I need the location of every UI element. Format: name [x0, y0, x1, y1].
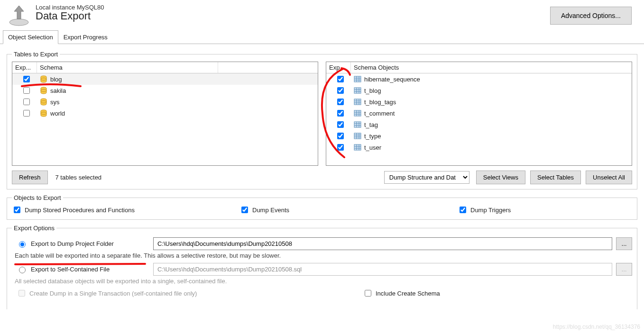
dump-triggers-checkbox[interactable]: [460, 207, 466, 213]
file-path-input: [153, 263, 612, 276]
object-name: hibernate_sequence: [364, 76, 420, 83]
column-exp[interactable]: Exp...: [12, 62, 37, 73]
schema-list[interactable]: Exp... Schema blogsakilasysworld: [12, 62, 318, 166]
unselect-all-button[interactable]: Unselect All: [586, 171, 632, 184]
object-checkbox[interactable]: [337, 87, 344, 94]
export-file-label: Export to Self-Contained File: [31, 266, 110, 273]
object-checkbox[interactable]: [337, 121, 344, 128]
advanced-options-button[interactable]: Advanced Options...: [550, 7, 632, 25]
schema-name: sys: [50, 99, 60, 106]
tables-to-export-group: Tables to Export Exp... Schema blogsakil…: [7, 51, 637, 189]
object-checkbox[interactable]: [337, 144, 344, 151]
object-name: t_type: [364, 133, 381, 140]
single-transaction-label: Create Dump in a Single Transaction (sel…: [29, 290, 197, 297]
dump-mode-select[interactable]: Dump Structure and Dat: [384, 171, 469, 184]
export-folder-radio[interactable]: [19, 241, 26, 248]
schema-row[interactable]: sakila: [12, 85, 318, 96]
object-row[interactable]: t_tag: [326, 119, 632, 130]
page-title: Data Export: [36, 10, 104, 22]
schema-name: blog: [50, 76, 62, 83]
svg-rect-34: [354, 133, 361, 139]
dump-events-checkbox[interactable]: [241, 207, 248, 213]
column-schema[interactable]: Schema: [37, 62, 218, 73]
watermark: https://blog.csdn.net/qq_36134376: [553, 324, 640, 330]
folder-path-input[interactable]: [153, 237, 612, 250]
object-list[interactable]: Exp... Schema Objects hibernate_sequence…: [326, 62, 632, 166]
object-row[interactable]: t_blog_tags: [326, 96, 632, 108]
object-name: t_user: [364, 144, 381, 151]
schema-name: world: [50, 110, 65, 117]
object-checkbox[interactable]: [337, 110, 344, 117]
schema-checkbox[interactable]: [23, 110, 30, 117]
folder-hint: Each table will be exported into a separ…: [15, 252, 632, 259]
browse-folder-button[interactable]: ...: [616, 237, 632, 250]
objects-to-export-legend: Objects to Export: [12, 194, 63, 201]
column-schema-objects[interactable]: Schema Objects: [351, 62, 632, 73]
svg-rect-24: [354, 110, 361, 116]
dump-events-label: Dump Events: [252, 207, 289, 214]
svg-rect-14: [354, 88, 361, 93]
object-row[interactable]: t_type: [326, 130, 632, 142]
object-row[interactable]: hibernate_sequence: [326, 73, 632, 85]
object-checkbox[interactable]: [337, 99, 344, 105]
single-transaction-checkbox: [18, 290, 25, 297]
svg-rect-19: [354, 99, 361, 105]
objects-to-export-group: Objects to Export Dump Stored Procedures…: [7, 194, 637, 220]
object-row[interactable]: t_blog: [326, 85, 632, 96]
selected-count-label: 7 tables selected: [55, 174, 102, 181]
export-options-group: Export Options Export to Dump Project Fo…: [7, 225, 637, 309]
dump-triggers-label: Dump Triggers: [470, 207, 511, 214]
object-row[interactable]: t_comment: [326, 108, 632, 119]
svg-rect-39: [354, 144, 361, 150]
schema-row[interactable]: world: [12, 108, 318, 119]
svg-rect-29: [354, 122, 361, 127]
include-schema-checkbox[interactable]: [365, 290, 371, 297]
object-checkbox[interactable]: [337, 133, 344, 139]
object-name: t_tag: [364, 121, 378, 128]
refresh-button[interactable]: Refresh: [12, 171, 48, 184]
select-views-button[interactable]: Select Views: [476, 171, 525, 184]
svg-rect-9: [354, 76, 361, 82]
object-checkbox[interactable]: [337, 76, 344, 82]
export-options-legend: Export Options: [12, 225, 56, 232]
select-tables-button[interactable]: Select Tables: [530, 171, 581, 184]
column-exp-right[interactable]: Exp...: [326, 62, 351, 73]
include-schema-label: Include Create Schema: [376, 290, 440, 297]
export-folder-label: Export to Dump Project Folder: [31, 240, 114, 247]
dump-stored-checkbox[interactable]: [14, 207, 20, 213]
export-file-radio[interactable]: [19, 267, 26, 273]
schema-name: sakila: [50, 87, 66, 94]
browse-file-button: ...: [616, 263, 632, 276]
schema-checkbox[interactable]: [23, 99, 30, 105]
schema-row[interactable]: blog: [12, 73, 318, 85]
tables-to-export-legend: Tables to Export: [12, 51, 60, 58]
schema-checkbox[interactable]: [23, 87, 30, 94]
object-name: t_blog_tags: [364, 99, 396, 106]
svg-point-0: [9, 19, 28, 26]
tab-export-progress[interactable]: Export Progress: [58, 30, 113, 44]
schema-row[interactable]: sys: [12, 96, 318, 108]
schema-checkbox[interactable]: [23, 76, 30, 82]
dump-stored-label: Dump Stored Procedures and Functions: [25, 207, 135, 214]
object-row[interactable]: t_user: [326, 142, 632, 153]
file-hint: All selected database objects will be ex…: [15, 278, 632, 285]
tab-object-selection[interactable]: Object Selection: [3, 30, 58, 44]
object-name: t_blog: [364, 87, 381, 94]
object-name: t_comment: [364, 110, 395, 117]
export-arrow-icon: [6, 4, 32, 27]
